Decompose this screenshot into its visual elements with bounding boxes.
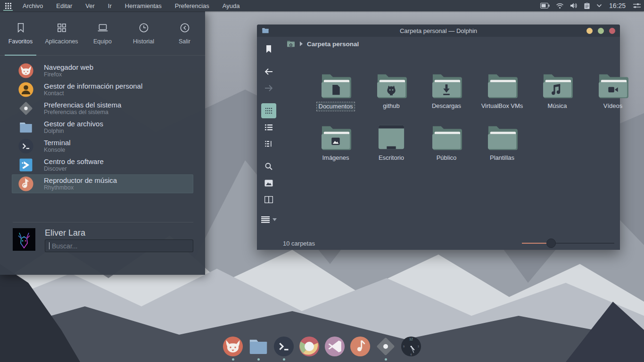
app-title: Gestor de archivos (44, 120, 103, 128)
dock-dolphin[interactable] (247, 336, 270, 361)
breadcrumb-label[interactable]: Carpeta personal (307, 41, 359, 48)
konsole-icon (18, 138, 34, 154)
running-indicator (385, 358, 387, 361)
chevron-down-icon[interactable] (596, 4, 602, 8)
close-button[interactable] (609, 28, 615, 34)
battery-icon[interactable] (540, 3, 550, 8)
search-input[interactable] (51, 242, 189, 250)
status-text: 10 carpetas (283, 240, 315, 247)
tab-historial[interactable]: Historial (123, 11, 164, 55)
back-button[interactable] (261, 64, 276, 79)
places-bookmark-button[interactable] (261, 41, 276, 57)
folder-imagenes[interactable]: Imágenes (309, 123, 362, 162)
icons-view-icon (264, 107, 273, 115)
dock-konsole[interactable] (272, 336, 295, 361)
folder-escritorio[interactable]: Escritorio (365, 123, 418, 162)
split-view-button[interactable] (261, 192, 276, 207)
leave-icon (179, 22, 191, 34)
tab-equipo[interactable]: Equipo (82, 11, 123, 55)
svg-text:9: 9 (403, 346, 405, 348)
app-item-kontact[interactable]: Gestor de información personal Kontact (12, 80, 193, 99)
menu-ayuda[interactable]: Ayuda (223, 2, 240, 9)
window-folder-icon (262, 27, 269, 34)
top-panel: Archivo Editar Ver Ir Herramientas Prefe… (0, 0, 644, 11)
folder-plantillas[interactable]: Plantillas (476, 123, 528, 162)
avatar[interactable] (13, 228, 35, 251)
running-indicator (283, 358, 285, 361)
folder-label: Música (545, 102, 569, 110)
favorites-list: Navegador web Firefox Gestor de informac… (12, 61, 193, 193)
vscode-icon (324, 336, 346, 357)
compact-view-button[interactable] (261, 136, 276, 151)
forward-button[interactable] (261, 81, 276, 96)
folder-label: Documentos (316, 102, 355, 111)
dolphin-toolbar (257, 37, 281, 237)
clipboard-icon[interactable] (584, 2, 590, 9)
menu-ver[interactable]: Ver (85, 2, 95, 9)
clock[interactable]: 16:25 (609, 2, 626, 9)
icons-view-button[interactable] (261, 103, 276, 118)
folder-musica[interactable]: Música (531, 71, 584, 110)
folder-descargas[interactable]: Descargas (420, 71, 473, 110)
menu-herramientas[interactable]: Herramientas (125, 2, 162, 9)
preview-button[interactable] (261, 175, 276, 190)
svg-text:3: 3 (418, 346, 419, 348)
bookmark-icon (15, 22, 27, 34)
menu-ir[interactable]: Ir (108, 2, 112, 9)
search-box[interactable] (45, 239, 193, 252)
dock-vscode[interactable] (323, 336, 346, 361)
dock: 12 3 6 9 (0, 336, 644, 362)
app-item-preferencias[interactable]: Preferencias del sistema Preferencias de… (12, 99, 193, 118)
search-button[interactable] (261, 159, 276, 174)
running-indicator (232, 358, 234, 361)
folder-label: Público (435, 154, 459, 162)
list-view-button[interactable] (261, 120, 276, 135)
breadcrumb[interactable]: Carpeta personal (281, 37, 620, 51)
dock-rhythmbox[interactable] (349, 336, 372, 361)
app-title: Navegador web (44, 63, 93, 71)
maximize-button[interactable] (598, 28, 604, 34)
folder-videos[interactable]: Vídeos (586, 71, 639, 110)
divider (13, 222, 193, 222)
zoom-slider[interactable] (522, 239, 614, 248)
system-tray: 16:25 (540, 2, 644, 9)
menu-preferencias[interactable]: Preferencias (175, 2, 209, 9)
user-area: Eliver Lara (0, 228, 193, 263)
slider-knob[interactable] (546, 239, 556, 248)
tab-label: Favoritos (8, 38, 33, 45)
wifi-icon[interactable] (556, 3, 564, 9)
dock-firefox[interactable] (222, 336, 244, 361)
app-item-rhythmbox[interactable]: Reproductor de música Rhythmbox (12, 174, 193, 193)
tab-favoritos[interactable]: Favoritos (0, 11, 41, 55)
folder-documentos[interactable]: Documentos (309, 71, 362, 111)
list-view-icon (264, 123, 273, 131)
folder-virtualbox-vms[interactable]: VirtualBox VMs (476, 71, 528, 110)
tab-label: Salir (179, 38, 190, 45)
tab-aplicaciones[interactable]: Aplicaciones (41, 11, 82, 55)
analog-clock-icon: 12 3 6 9 (400, 336, 422, 357)
sliders-icon[interactable] (633, 2, 641, 9)
dock-system-settings[interactable] (374, 336, 397, 361)
app-launcher-button[interactable] (0, 0, 16, 11)
dock-chromium[interactable] (298, 336, 321, 361)
desktop: Archivo Editar Ver Ir Herramientas Prefe… (0, 0, 644, 362)
app-item-dolphin[interactable]: Gestor de archivos Dolphin (12, 118, 193, 137)
titlebar[interactable]: Carpeta personal — Dolphin (257, 25, 620, 37)
folder-label: Imágenes (320, 154, 351, 162)
menu-archivo[interactable]: Archivo (23, 2, 43, 9)
folder-publico[interactable]: Público (420, 123, 473, 162)
folder-github[interactable]: github (365, 71, 418, 110)
text-cursor (49, 242, 50, 249)
volume-icon[interactable] (570, 2, 578, 9)
tab-salir[interactable]: Salir (164, 11, 205, 55)
app-item-konsole[interactable]: Terminal Konsole (12, 137, 193, 156)
app-item-discover[interactable]: Centro de software Discover (12, 156, 193, 174)
app-item-firefox[interactable]: Navegador web Firefox (12, 61, 193, 80)
tab-label: Aplicaciones (45, 38, 78, 45)
menu-editar[interactable]: Editar (56, 2, 72, 9)
minimize-button[interactable] (586, 28, 593, 34)
hamburger-menu-button[interactable] (261, 216, 277, 223)
app-subtitle: Kontact (44, 90, 142, 97)
tab-label: Historial (133, 38, 154, 45)
dock-clock-widget[interactable]: 12 3 6 9 (400, 336, 422, 361)
